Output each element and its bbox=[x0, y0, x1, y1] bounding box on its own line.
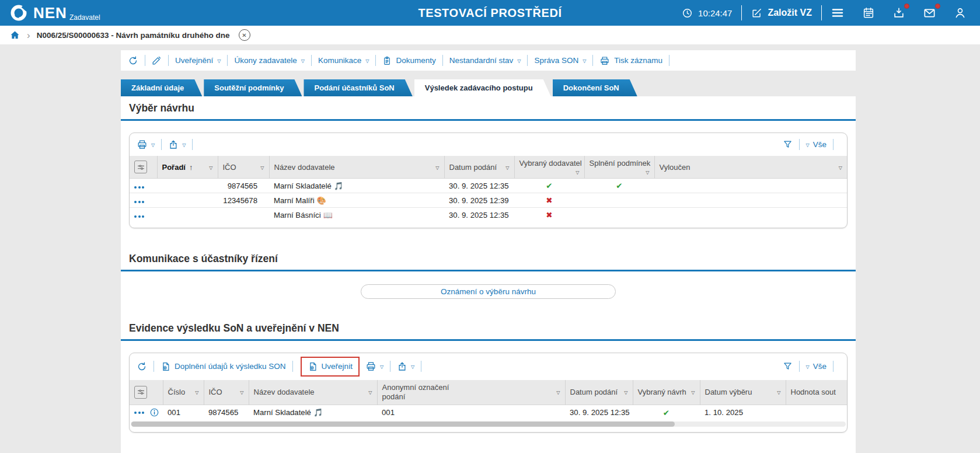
column-menu-icon[interactable]: ▽ bbox=[435, 165, 439, 170]
column-menu-icon[interactable]: ▽ bbox=[576, 170, 579, 175]
chevron-down-icon: ▽ bbox=[517, 59, 521, 64]
col-cislo[interactable]: Číslo ▽ bbox=[163, 380, 204, 405]
col-nazev-dodavatele[interactable]: Název dodavatele ▽ bbox=[249, 380, 377, 405]
cell-nazev: Marní Malíři bbox=[274, 196, 315, 205]
menu-komunikace[interactable]: Komunikace ▽ bbox=[318, 56, 369, 65]
col-ico[interactable]: IČO ▽ bbox=[218, 156, 269, 179]
sort-asc-icon: ↑ bbox=[189, 163, 193, 172]
col-splneni-podminek[interactable]: Splnění podmínek ▽ bbox=[584, 156, 654, 179]
table-row[interactable]: 001 9874565 Marní Skladatelé🎵 001 30. 9.… bbox=[130, 405, 847, 420]
menu-sprava-son[interactable]: Správa SON ▽ bbox=[534, 56, 586, 65]
filter-all-dropdown[interactable]: ▽ Vše bbox=[806, 362, 826, 371]
cell-datum-podani: 30. 9. 2025 12:35 bbox=[444, 179, 514, 193]
cross-mark-icon: ✖ bbox=[546, 211, 552, 219]
menu-uverejneni[interactable]: Uveřejnění ▽ bbox=[175, 56, 221, 65]
filter-all-label: Vše bbox=[813, 362, 826, 371]
column-menu-icon[interactable]: ▽ bbox=[691, 390, 695, 395]
col-datum-podani[interactable]: Datum podání ▽ bbox=[444, 156, 514, 179]
column-label: Datum výběru bbox=[705, 388, 752, 396]
column-menu-icon[interactable]: ▽ bbox=[240, 390, 243, 395]
menu-dokumenty[interactable]: Dokumenty bbox=[382, 56, 435, 65]
music-note-icon: 🎵 bbox=[334, 182, 343, 190]
row-menu-icon[interactable] bbox=[134, 186, 144, 189]
refresh-button[interactable] bbox=[128, 55, 138, 66]
col-datum-vyberu[interactable]: Datum výběru ▽ bbox=[700, 380, 786, 405]
column-menu-icon[interactable]: ▽ bbox=[195, 390, 198, 395]
column-chooser-icon[interactable] bbox=[134, 161, 147, 173]
horizontal-scrollbar[interactable] bbox=[131, 421, 846, 427]
create-vz-button[interactable]: Založit VZ bbox=[742, 8, 821, 19]
tab-dokonceni-son[interactable]: Dokončení SoN bbox=[553, 79, 637, 96]
messages-button[interactable] bbox=[914, 6, 945, 20]
scrollbar-thumb[interactable] bbox=[131, 421, 675, 427]
row-menu-icon[interactable] bbox=[134, 412, 144, 414]
col-vybrany-navrh[interactable]: Vybraný návrh ▽ bbox=[633, 380, 700, 405]
col-poradi[interactable]: Pořadí↑ ▽ bbox=[157, 156, 218, 179]
grid-print-button[interactable]: ▽ bbox=[365, 361, 383, 372]
table-row[interactable]: 12345678 Marní Malíři🎨 30. 9. 2025 12:39… bbox=[130, 193, 847, 208]
close-record-icon[interactable]: ✕ bbox=[239, 29, 250, 41]
uverejnit-button[interactable]: Uveřejnit bbox=[308, 361, 353, 372]
row-menu-icon[interactable] bbox=[134, 201, 144, 203]
cell-ico: 9874565 bbox=[204, 405, 249, 420]
col-vyloucen[interactable]: Vyloučen ▽ bbox=[654, 156, 847, 179]
oznameni-o-vyberu-button[interactable]: Oznámení o výběru návrhu bbox=[361, 284, 616, 299]
menu-button[interactable] bbox=[822, 6, 853, 20]
filter-all-label: Vše bbox=[813, 140, 826, 149]
col-vybrany-dodavatel[interactable]: Vybraný dodavatel ▽ bbox=[514, 156, 584, 179]
filter-all-dropdown[interactable]: ▽ Vše bbox=[806, 140, 826, 149]
menu-label: Komunikace bbox=[318, 56, 361, 65]
column-menu-icon[interactable]: ▽ bbox=[646, 170, 649, 175]
column-menu-icon[interactable]: ▽ bbox=[505, 165, 509, 170]
filter-icon[interactable] bbox=[783, 361, 793, 371]
grid-print-button[interactable]: ▽ bbox=[137, 139, 155, 150]
user-icon bbox=[954, 6, 967, 19]
refresh-button[interactable] bbox=[137, 361, 147, 372]
col-anonymni-oznaceni[interactable]: Anonymní označení podání ▽ bbox=[377, 380, 565, 405]
column-label: Anonymní označení podání bbox=[382, 383, 459, 402]
tab-vysledek-postupu[interactable]: Výsledek zadávacího postupu bbox=[414, 79, 551, 96]
home-icon[interactable] bbox=[9, 30, 20, 41]
breadcrumb-chevron-icon: › bbox=[27, 30, 30, 40]
grid-export-button[interactable]: ▽ bbox=[168, 140, 186, 150]
col-hodnota[interactable]: Hodnota sout bbox=[786, 380, 847, 405]
tab-zakladni-udaje[interactable]: Základní údaje bbox=[121, 79, 202, 96]
table-row[interactable]: Marní Básníci📖 30. 9. 2025 12:35 ✖ bbox=[130, 208, 847, 222]
nen-logo[interactable]: NEN Zadavatel bbox=[9, 4, 100, 22]
create-vz-label: Založit VZ bbox=[768, 8, 812, 18]
print-record-button[interactable]: Tisk záznamu bbox=[599, 55, 662, 66]
evidence-table: Číslo ▽ IČO ▽ Název dodavatele ▽ Anony bbox=[130, 380, 847, 420]
inbox-button[interactable] bbox=[884, 6, 914, 19]
column-menu-icon[interactable]: ▽ bbox=[624, 390, 627, 395]
table-row[interactable]: 9874565 Marní Skladatelé🎵 30. 9. 2025 12… bbox=[130, 179, 847, 193]
column-label: IČO bbox=[209, 388, 222, 396]
tab-podani-ucastniku[interactable]: Podání účastníků SoN bbox=[304, 79, 412, 96]
col-datum-podani[interactable]: Datum podání ▽ bbox=[565, 380, 633, 405]
col-ico[interactable]: IČO ▽ bbox=[204, 380, 249, 405]
row-menu-icon[interactable] bbox=[134, 215, 144, 218]
grid-filter-area: ▽ Vše bbox=[783, 139, 840, 150]
calendar-button[interactable] bbox=[853, 6, 884, 19]
column-chooser-icon[interactable] bbox=[134, 386, 147, 399]
filter-icon[interactable] bbox=[783, 140, 793, 149]
cell-nazev: Marní Skladatelé bbox=[274, 182, 332, 190]
tab-soutezni-podminky[interactable]: Soutěžní podmínky bbox=[204, 79, 302, 96]
profile-button[interactable] bbox=[945, 6, 975, 19]
chevron-down-icon: ▽ bbox=[380, 365, 383, 370]
edit-button[interactable] bbox=[152, 55, 162, 65]
doplneni-udaju-button[interactable]: Doplnění údajů k výsledku SON bbox=[161, 361, 286, 372]
menu-ukony-zadavatele[interactable]: Úkony zadavatele ▽ bbox=[234, 56, 304, 65]
column-menu-icon[interactable]: ▽ bbox=[368, 390, 372, 395]
cell-anonymni: 001 bbox=[377, 405, 565, 420]
column-menu-icon[interactable]: ▽ bbox=[839, 165, 842, 170]
info-icon[interactable] bbox=[149, 407, 159, 417]
col-nazev-dodavatele[interactable]: Název dodavatele ▽ bbox=[269, 156, 444, 179]
column-menu-icon[interactable]: ▽ bbox=[777, 390, 780, 395]
menu-label: Úkony zadavatele bbox=[234, 56, 297, 65]
grid-export-button[interactable]: ▽ bbox=[397, 361, 414, 372]
column-menu-icon[interactable]: ▽ bbox=[260, 165, 264, 170]
record-title: N006/25/S00000633 - Návrh památníku druh… bbox=[37, 31, 230, 40]
column-menu-icon[interactable]: ▽ bbox=[556, 390, 560, 395]
menu-nestandardni-stav[interactable]: Nestandardní stav ▽ bbox=[449, 56, 521, 65]
column-menu-icon[interactable]: ▽ bbox=[209, 165, 212, 170]
